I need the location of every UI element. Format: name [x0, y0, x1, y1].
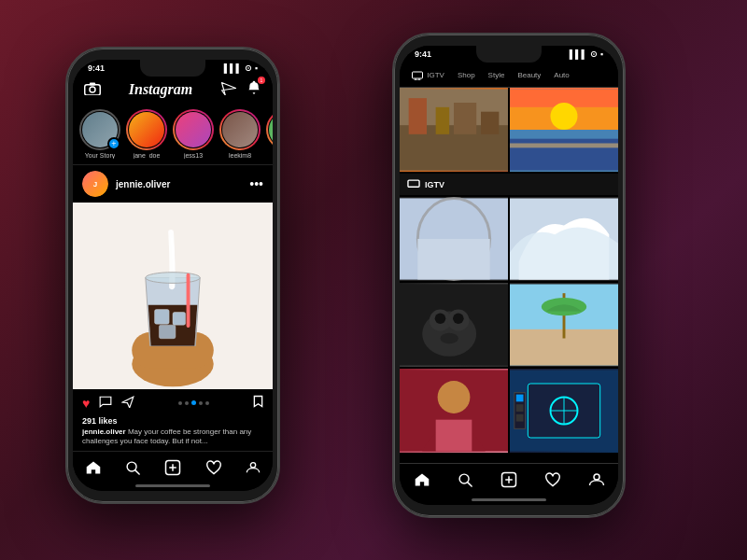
story-jess[interactable]: jess13	[174, 109, 213, 159]
story-jamie[interactable]: jamie	[267, 109, 273, 159]
igtv-grid-3	[400, 369, 618, 453]
direct-icon[interactable]	[220, 81, 237, 98]
post-actions: ♥	[73, 389, 273, 416]
like-button[interactable]: ♥	[82, 396, 90, 411]
story-label-lee: leekim8	[229, 152, 251, 159]
notch	[140, 60, 205, 77]
nav-home[interactable]	[85, 460, 102, 479]
svg-rect-7	[173, 313, 186, 326]
svg-point-51	[438, 381, 471, 413]
igtv-cell-street[interactable]	[400, 88, 508, 172]
svg-rect-26	[481, 112, 499, 134]
rnav-search[interactable]	[458, 472, 473, 492]
wifi-icon-right: ⊙	[590, 49, 598, 59]
status-icons-right: ▌▌▌ ⊙ ▪	[570, 49, 603, 59]
svg-point-16	[251, 463, 256, 468]
time-left: 9:41	[88, 63, 105, 73]
notification-badge: 1	[258, 77, 265, 84]
dot-1	[178, 401, 182, 405]
instagram-logo: Instagram	[129, 81, 192, 98]
share-button[interactable]	[121, 396, 134, 411]
camera-icon[interactable]	[84, 81, 101, 98]
nav-profile[interactable]	[246, 460, 261, 479]
svg-rect-59	[516, 395, 524, 402]
svg-rect-61	[516, 414, 524, 422]
stories-row: + Your Story jane_doe jess13	[73, 104, 273, 165]
igtv-content: IGTV	[400, 88, 618, 454]
right-phone-screen: 9:41 ▌▌▌ ⊙ ▪ IGTV Shop Style Beauty Auto	[400, 46, 618, 505]
status-icons-left: ▌▌▌ ⊙ ▪	[224, 63, 258, 73]
dot-2	[185, 401, 189, 405]
svg-line-82	[467, 482, 472, 486]
post-likes: 291 likes	[73, 416, 273, 427]
svg-point-11	[127, 462, 136, 471]
comment-button[interactable]	[99, 396, 112, 411]
svg-rect-52	[436, 420, 472, 452]
nav-add[interactable]	[164, 459, 181, 480]
rnav-home[interactable]	[414, 472, 430, 491]
caption-username: jennie.oliver	[82, 427, 126, 436]
battery-icon: ▪	[255, 63, 258, 73]
story-jane[interactable]: jane_doe	[127, 109, 166, 159]
rnav-add[interactable]	[500, 471, 517, 492]
svg-point-45	[441, 333, 458, 344]
igtv-label-row: IGTV	[400, 174, 618, 195]
tab-beauty[interactable]: Beauty	[511, 68, 547, 83]
post-caption: jennie.oliver May your coffee be stronge…	[73, 427, 273, 453]
post-dots	[144, 400, 244, 405]
nav-search[interactable]	[125, 460, 141, 480]
svg-point-43	[435, 313, 446, 324]
tab-shop[interactable]: Shop	[451, 68, 482, 83]
igtv-cell-beach[interactable]	[510, 283, 618, 367]
story-lee[interactable]: leekim8	[220, 109, 260, 159]
svg-rect-24	[436, 107, 450, 134]
add-story-btn[interactable]: +	[107, 137, 120, 150]
right-phone: 9:41 ▌▌▌ ⊙ ▪ IGTV Shop Style Beauty Auto	[392, 33, 626, 518]
igtv-cell-animal[interactable]	[400, 283, 508, 367]
left-phone: 9:41 ▌▌▌ ⊙ ▪ Instagram	[65, 47, 280, 504]
igtv-cell-sunset[interactable]	[510, 88, 618, 172]
igtv-cell-portrait[interactable]	[400, 369, 508, 453]
left-phone-screen: 9:41 ▌▌▌ ⊙ ▪ Instagram	[73, 60, 273, 491]
wifi-icon: ⊙	[245, 63, 252, 73]
post-feed: J jennie.oliver •••	[73, 165, 273, 453]
rnav-heart[interactable]	[544, 472, 561, 491]
header-icons: 1	[220, 80, 261, 98]
tab-style[interactable]: Style	[482, 68, 512, 83]
svg-line-12	[135, 469, 140, 474]
bookmark-button[interactable]	[253, 395, 263, 411]
story-label-jess: jess13	[184, 152, 203, 159]
igtv-cell-snow[interactable]	[510, 197, 618, 281]
svg-point-44	[453, 313, 464, 324]
svg-rect-17	[413, 72, 423, 78]
svg-point-1	[90, 87, 95, 92]
svg-point-81	[459, 474, 469, 483]
svg-rect-32	[510, 144, 618, 148]
story-label-yours: Your Story	[85, 152, 115, 159]
igtv-cell-arch[interactable]	[400, 197, 508, 281]
tab-auto[interactable]: Auto	[547, 68, 575, 83]
tab-igtv[interactable]: IGTV	[405, 68, 451, 83]
notification-icon[interactable]: 1	[247, 80, 261, 98]
svg-rect-6	[155, 310, 170, 325]
igtv-cell-tech[interactable]	[510, 369, 618, 453]
time-right: 9:41	[415, 49, 431, 59]
story-your-story[interactable]: + Your Story	[80, 109, 120, 159]
nav-heart[interactable]	[205, 460, 222, 479]
battery-icon-right: ▪	[600, 49, 603, 59]
post-more-icon[interactable]: •••	[249, 176, 263, 191]
signal-icon-right: ▌▌▌	[570, 49, 587, 59]
home-indicator-right	[472, 498, 546, 501]
home-indicator	[135, 484, 210, 487]
igtv-grid-2	[400, 283, 618, 367]
dot-4	[199, 401, 203, 405]
svg-rect-37	[400, 199, 508, 280]
dot-3	[191, 400, 196, 405]
post-username: jennie.oliver	[116, 179, 242, 189]
igtv-section-label: IGTV	[425, 180, 444, 189]
svg-point-9	[146, 273, 200, 284]
igtv-top-row	[400, 88, 618, 172]
rnav-profile[interactable]	[588, 471, 605, 492]
igtv-grid-1	[400, 197, 618, 281]
post-avatar: J	[82, 171, 108, 197]
